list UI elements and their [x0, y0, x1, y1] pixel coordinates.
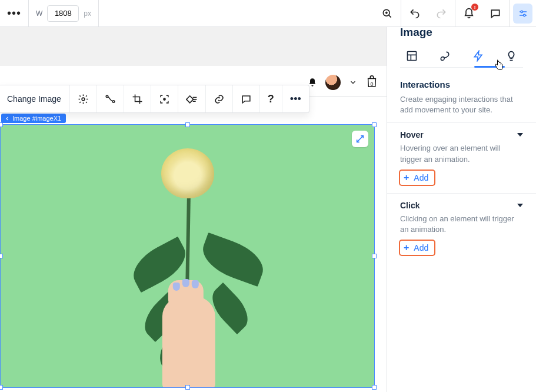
focal-icon: [159, 94, 170, 105]
svg-point-7: [523, 14, 525, 16]
mask-button[interactable]: [178, 85, 206, 112]
more-icon: •••: [7, 6, 21, 20]
svg-rect-12: [187, 96, 194, 103]
interactions-title: Interactions: [400, 79, 523, 89]
tab-tips[interactable]: [500, 47, 523, 65]
site-account-chevron-icon[interactable]: [349, 78, 357, 87]
motion-path-icon: [105, 94, 116, 105]
redo-icon: [435, 8, 447, 19]
notifications-button[interactable]: !: [455, 0, 482, 26]
chevron-down-icon[interactable]: [517, 204, 523, 207]
click-title: Click: [400, 201, 420, 210]
add-click-button[interactable]: + Add: [400, 241, 434, 255]
panel-title: Image: [400, 26, 523, 39]
image-surface: [1, 125, 374, 387]
link-button[interactable]: [206, 85, 233, 112]
svg-line-1: [389, 15, 391, 17]
more-menu[interactable]: •••: [0, 0, 29, 26]
add-hover-label: Add: [414, 173, 428, 182]
resize-handle-tm[interactable]: [185, 122, 190, 127]
lightning-icon: [472, 50, 484, 62]
toggle-panel-button[interactable]: [509, 0, 536, 26]
resize-handle-mr[interactable]: [372, 254, 377, 258]
svg-point-10: [112, 100, 114, 102]
help-icon: ?: [268, 93, 274, 105]
selected-image-frame[interactable]: [0, 124, 375, 388]
add-hover-button[interactable]: + Add: [400, 171, 434, 185]
notification-badge: !: [471, 4, 478, 11]
expand-image-button[interactable]: [352, 131, 368, 147]
layout-icon: [406, 50, 418, 62]
svg-point-8: [82, 98, 85, 101]
expand-icon: [355, 134, 365, 144]
change-image-button[interactable]: Change Image: [0, 85, 70, 112]
site-header-icons: 0: [308, 74, 378, 91]
plus-icon: +: [404, 173, 409, 182]
chevron-left-icon: [5, 116, 10, 121]
link-icon: [214, 94, 225, 105]
interactions-desc: Create engaging interactions that add mo…: [400, 94, 523, 115]
svg-point-9: [106, 95, 108, 97]
click-desc: Clicking on an element will trigger an a…: [400, 214, 523, 235]
tab-layout[interactable]: [400, 47, 424, 65]
selection-tag-label: Image #imageX1: [12, 115, 61, 122]
image-toolbar: Change Image ? •••: [0, 85, 309, 113]
resize-handle-bl[interactable]: [0, 385, 3, 390]
comment-icon: [241, 94, 252, 105]
canvas-stage[interactable]: 0 Change Image ? •••: [0, 27, 387, 392]
animation-button[interactable]: [97, 85, 124, 112]
panel-tabs: [400, 47, 523, 68]
focal-point-button[interactable]: [151, 85, 178, 112]
sliders-icon: [518, 8, 528, 19]
cart-count: 0: [365, 81, 378, 87]
settings-button[interactable]: [70, 85, 97, 112]
undo-icon: [409, 8, 421, 19]
hover-block: Hover Hovering over an element will trig…: [387, 122, 536, 192]
lightbulb-icon: [505, 50, 517, 62]
chevron-down-icon[interactable]: [517, 133, 523, 137]
site-header-bg: [0, 27, 387, 66]
svg-rect-16: [408, 52, 417, 61]
crop-button[interactable]: [124, 85, 151, 112]
mask-icon: [186, 93, 198, 105]
comment-icon: [490, 8, 501, 19]
more-icon: •••: [290, 93, 301, 105]
svg-point-6: [521, 11, 522, 12]
width-control: W px: [29, 0, 99, 26]
site-avatar[interactable]: [325, 75, 341, 90]
selection-tag[interactable]: Image #imageX1: [1, 114, 66, 123]
resize-handle-ml[interactable]: [0, 254, 3, 258]
redo-button[interactable]: [428, 0, 455, 26]
width-input[interactable]: [47, 5, 79, 22]
help-button[interactable]: ?: [260, 85, 282, 112]
toolbar-comment-button[interactable]: [233, 85, 260, 112]
resize-handle-br[interactable]: [372, 385, 377, 390]
gear-icon: [78, 94, 89, 105]
site-cart-button[interactable]: 0: [365, 74, 378, 91]
plus-icon: +: [404, 243, 409, 253]
svg-point-11: [164, 98, 165, 99]
width-label: W: [36, 9, 42, 18]
hover-desc: Hovering over an element will trigger an…: [400, 143, 523, 164]
resize-handle-tl[interactable]: [0, 122, 3, 127]
click-block: Click Clicking on an element will trigge…: [387, 193, 536, 263]
comments-button[interactable]: [482, 0, 509, 26]
tab-interactions[interactable]: [467, 47, 490, 65]
toolbar-more-button[interactable]: •••: [282, 85, 309, 112]
resize-handle-tr[interactable]: [372, 122, 377, 127]
add-click-label: Add: [414, 243, 428, 253]
resize-handle-bm[interactable]: [185, 385, 190, 390]
width-unit: px: [84, 9, 91, 18]
active-tab-indicator: [474, 66, 505, 68]
zoom-in-icon: [381, 8, 393, 19]
tab-design[interactable]: [433, 47, 457, 65]
inspector-panel: Page Section #section10 Image Interactio…: [387, 0, 536, 392]
crop-icon: [132, 94, 143, 105]
hover-title: Hover: [400, 130, 424, 139]
zoom-in-button[interactable]: [374, 0, 401, 26]
undo-button[interactable]: [401, 0, 428, 26]
brush-icon: [439, 50, 451, 62]
topbar: ••• W px !: [0, 0, 536, 27]
